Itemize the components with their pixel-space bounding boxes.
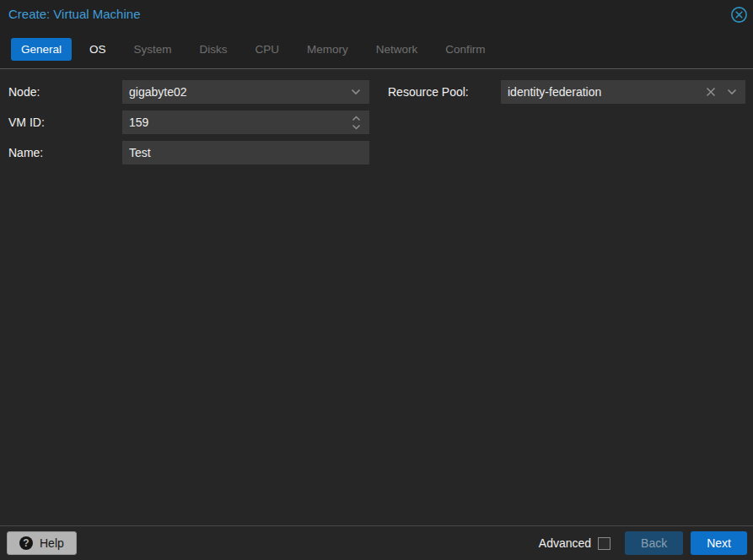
resource-pool-input[interactable]: [501, 80, 706, 104]
advanced-label: Advanced: [539, 536, 591, 550]
name-input[interactable]: [122, 141, 369, 164]
name-field[interactable]: [122, 141, 369, 164]
advanced-checkbox[interactable]: [598, 537, 610, 550]
node-input[interactable]: [122, 80, 351, 104]
vmid-row: VM ID:: [8, 110, 369, 134]
node-combobox[interactable]: [122, 80, 369, 104]
name-label: Name:: [8, 146, 122, 159]
question-circle-icon: ?: [19, 536, 33, 550]
tab-disks: Disks: [190, 38, 238, 61]
tab-memory: Memory: [297, 38, 358, 61]
close-icon[interactable]: [730, 6, 748, 24]
tab-cpu: CPU: [245, 38, 290, 61]
node-label: Node:: [8, 85, 122, 99]
tab-system: System: [124, 38, 182, 61]
resource-pool-label: Resource Pool:: [388, 85, 501, 99]
clear-x-icon[interactable]: [706, 87, 716, 97]
dialog-body: Node: VM ID:: [0, 70, 753, 525]
name-row: Name:: [8, 141, 369, 164]
chevron-down-icon[interactable]: [352, 124, 361, 130]
form-column-right: Resource Pool:: [388, 80, 745, 110]
help-button[interactable]: ? Help: [7, 531, 77, 555]
vmid-input[interactable]: [122, 110, 352, 134]
footer-actions: Advanced Back Next: [539, 531, 747, 555]
vmid-spinner-field[interactable]: [122, 110, 369, 134]
chevron-down-icon[interactable]: [727, 89, 737, 95]
node-row: Node:: [8, 80, 369, 104]
tab-general[interactable]: General: [11, 38, 72, 61]
tab-os[interactable]: OS: [79, 38, 116, 61]
vmid-label: VM ID:: [8, 116, 122, 129]
tab-network: Network: [366, 38, 428, 61]
back-button: Back: [625, 531, 683, 555]
chevron-up-icon[interactable]: [352, 116, 361, 121]
create-vm-dialog: Create: Virtual Machine General OS Syste…: [0, 0, 753, 560]
resource-pool-combobox[interactable]: [501, 80, 745, 104]
next-button[interactable]: Next: [691, 531, 747, 555]
resource-pool-row: Resource Pool:: [388, 80, 745, 104]
dialog-footer: ? Help Advanced Back Next: [0, 525, 753, 560]
dialog-title: Create: Virtual Machine: [8, 7, 140, 21]
chevron-down-icon[interactable]: [351, 89, 361, 95]
dialog-header: Create: Virtual Machine General OS Syste…: [0, 0, 753, 69]
form-column-left: Node: VM ID:: [8, 80, 369, 171]
tab-confirm: Confirm: [435, 38, 495, 61]
tab-bar: General OS System Disks CPU Memory Netwo…: [11, 38, 496, 61]
help-button-label: Help: [40, 536, 64, 550]
